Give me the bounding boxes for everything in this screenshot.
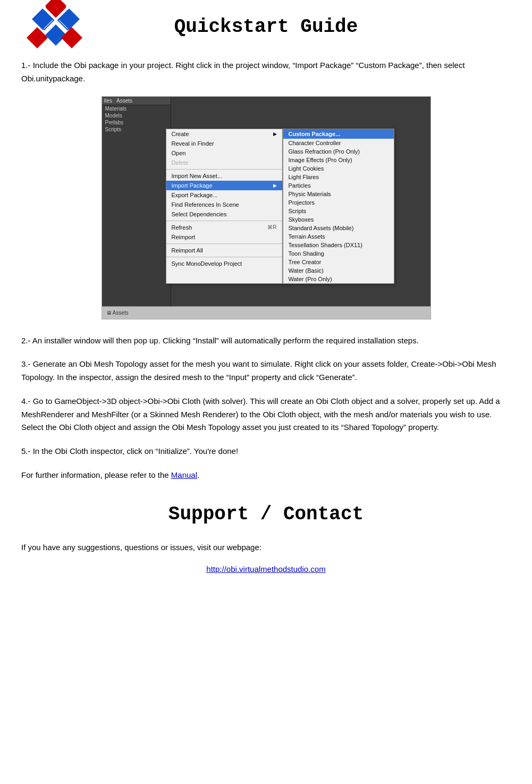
folder-icon [106,310,113,316]
submenu-water-pro[interactable]: Water (Pro Only) [283,275,394,283]
submenu-toon-shading[interactable]: Toon Shading [283,249,394,258]
unity-screenshot: ites Assets Materials Models Prefabs Scr… [102,96,431,319]
ctx-sep4 [166,257,282,257]
ctx-import-new[interactable]: Import New Asset... [166,171,282,181]
page-title: Quickstart Guide [174,16,358,38]
ctx-delete: Delete [166,158,282,167]
submenu-character-controller[interactable]: Character Controller [283,139,394,147]
screenshot-container: ites Assets Materials Models Prefabs Scr… [21,96,511,319]
panel-item-materials: Materials [102,105,171,112]
ctx-sync-mono[interactable]: Sync MonoDevelop Project [166,259,282,268]
bottom-bar-label: Assets [106,310,129,316]
panel-item-scripts: Scripts [102,126,171,133]
ctx-refresh[interactable]: Refresh ⌘R [166,223,282,232]
submenu-light-flares[interactable]: Light Flares [283,173,394,181]
logo [21,0,90,62]
ctx-reimport[interactable]: Reimport [166,232,282,242]
panel-item-models: Models [102,112,171,119]
ctx-find-refs[interactable]: Find References In Scene [166,200,282,209]
step2-section: 2.- An installer window will then pop up… [21,334,511,348]
ctx-sep1 [166,169,282,170]
context-menu-area: Create Reveal in Finder Open Delete Impo… [166,129,394,284]
support-title: Support / Contact [21,503,511,525]
submenu-skyboxes[interactable]: Skyboxes [283,215,394,224]
submenu-scripts[interactable]: Scripts [283,207,394,215]
submenu-tree-creator[interactable]: Tree Creator [283,258,394,266]
website-section: http://obi.virtualmethodstudio.com [21,564,511,574]
editor-left-panel: ites Assets Materials Models Prefabs Scr… [102,97,171,319]
submenu-standard-assets[interactable]: Standard Assets (Mobile) [283,224,394,232]
ctx-reimport-all[interactable]: Reimport All [166,246,282,255]
editor-bottom-bar: Assets [102,306,430,319]
panel-header: ites Assets [102,97,171,105]
page-header: Quickstart Guide [21,16,511,38]
manual-suffix: . [197,470,199,479]
ctx-reveal[interactable]: Reveal in Finder [166,139,282,148]
step5-text: 5.- In the Obi Cloth inspector, click on… [21,445,511,458]
manual-link[interactable]: Manual [171,470,197,479]
manual-section: For further information, please refer to… [21,469,511,482]
step4-text: 4.- Go to GameObject->3D object->Obi->Ob… [21,395,511,434]
submenu-glass-refraction[interactable]: Glass Refraction (Pro Only) [283,147,394,156]
step3-text: 3.- Generate an Obi Mesh Topology asset … [21,358,511,384]
support-section: If you have any suggestions, questions o… [21,541,511,554]
submenu-physic-materials[interactable]: Physic Materials [283,190,394,198]
step1-section: 1.- Include the Obi package in your proj… [21,59,511,86]
svg-marker-5 [61,27,82,48]
submenu-light-cookies[interactable]: Light Cookies [283,164,394,173]
ctx-export-package[interactable]: Export Package... [166,190,282,200]
ctx-select-deps[interactable]: Select Dependencies [166,209,282,219]
support-text: If you have any suggestions, questions o… [21,541,511,554]
step2-text: 2.- An installer window will then pop up… [21,334,511,348]
submenu-header: Custom Package... [283,129,394,139]
editor-background: ites Assets Materials Models Prefabs Scr… [102,97,430,319]
ctx-open[interactable]: Open [166,148,282,158]
submenu: Custom Package... Character Controller G… [283,129,394,284]
submenu-particles[interactable]: Particles [283,181,394,190]
submenu-projectors[interactable]: Projectors [283,198,394,207]
panel-tab-assets: Assets [116,98,132,104]
submenu-terrain-assets[interactable]: Terrain Assets [283,232,394,241]
submenu-water-basic[interactable]: Water (Basic) [283,266,394,275]
panel-item-prefabs: Prefabs [102,119,171,126]
primary-context-menu: Create Reveal in Finder Open Delete Impo… [166,129,283,284]
submenu-image-effects[interactable]: Image Effects (Pro Only) [283,156,394,164]
svg-marker-3 [27,27,48,48]
svg-marker-0 [45,0,66,16]
ctx-import-package[interactable]: Import Package [166,181,282,190]
step4-section: 4.- Go to GameObject->3D object->Obi->Ob… [21,395,511,434]
ctx-sep2 [166,221,282,221]
step3-section: 3.- Generate an Obi Mesh Topology asset … [21,358,511,384]
manual-prefix: For further information, please refer to… [21,470,171,479]
panel-tab-ites: ites [104,98,113,104]
svg-marker-4 [45,24,66,46]
manual-paragraph: For further information, please refer to… [21,469,511,482]
ctx-sep3 [166,243,282,244]
step1-text: 1.- Include the Obi package in your proj… [21,59,511,86]
step5-section: 5.- In the Obi Cloth inspector, click on… [21,445,511,458]
submenu-tessellation[interactable]: Tessellation Shaders (DX11) [283,241,394,249]
ctx-create[interactable]: Create [166,129,282,139]
website-link[interactable]: http://obi.virtualmethodstudio.com [206,564,325,574]
